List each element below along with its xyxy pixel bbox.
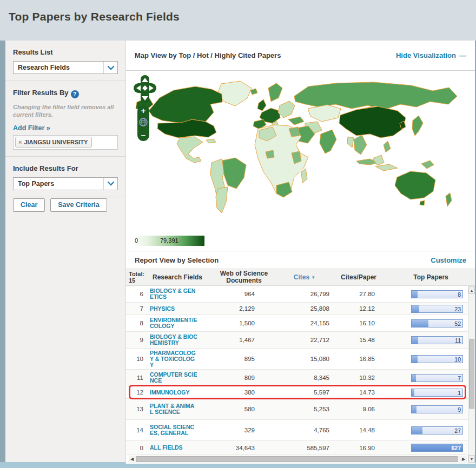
map-view: + − 0 79,391 xyxy=(126,71,475,251)
column-header-research-fields[interactable]: Research Fields xyxy=(146,273,209,281)
top-papers-value: 627 xyxy=(451,445,461,451)
globe-icon[interactable] xyxy=(139,118,148,129)
country-shape xyxy=(421,161,434,169)
hide-visualization-link[interactable]: Hide Visualization— xyxy=(396,51,466,59)
country-shape xyxy=(278,101,295,118)
cites-per-paper-cell: 10.32 xyxy=(329,375,375,381)
country-shape xyxy=(354,135,367,155)
sidebar: Results List Research Fields Filter Resu… xyxy=(5,41,125,462)
table-row: 10PHARMACOLOGY & TOXICOLOGY89515,08016.8… xyxy=(126,349,468,370)
rank-cell: 0 xyxy=(126,445,146,451)
country-shape xyxy=(266,150,274,158)
country-shape xyxy=(257,99,266,111)
country-shape xyxy=(222,158,246,189)
top-papers-value: 7 xyxy=(458,375,461,382)
top-papers-value: 8 xyxy=(458,291,461,298)
top-papers-bar-fill xyxy=(412,291,418,298)
country-shape xyxy=(308,105,341,122)
customize-link[interactable]: Customize xyxy=(431,256,466,264)
results-list-dropdown[interactable]: Research Fields xyxy=(13,61,118,74)
top-papers-bar-fill xyxy=(412,356,418,363)
horizontal-scrollbar[interactable]: ◀ ▶ xyxy=(129,456,467,463)
country-shape xyxy=(268,83,282,102)
remove-filter-icon[interactable]: × xyxy=(18,139,22,145)
country-shape xyxy=(250,89,257,95)
top-papers-bar-fill xyxy=(412,389,414,396)
column-header-cites-per-paper[interactable]: Cites/Paper xyxy=(330,273,387,281)
field-link[interactable]: BIOLOGY & BIOCHEMISTRY xyxy=(146,334,202,346)
scroll-left-icon[interactable]: ◀ xyxy=(129,456,135,463)
include-results-dropdown[interactable]: Top Papers xyxy=(13,177,118,190)
field-link[interactable]: PHYSICS xyxy=(146,306,202,312)
column-header-wos-documents[interactable]: Web of Science Documents xyxy=(209,270,279,284)
table-row: 11COMPUTER SCIENCE8098,34510.327 xyxy=(126,370,468,386)
field-link[interactable]: SOCIAL SCIENCES, GENERAL xyxy=(146,424,202,436)
wos-documents-cell: 34,643 xyxy=(202,445,255,451)
column-header-top-papers[interactable]: Top Papers xyxy=(387,273,475,281)
table-header: Total: 15 Research Fields Web of Science… xyxy=(126,269,475,286)
top-papers-value: 1 xyxy=(458,390,461,396)
map-pan-control[interactable] xyxy=(134,75,156,105)
map-header: Map View by Top / Hot / Highly Cited Pap… xyxy=(126,41,475,71)
map-zoom-control[interactable]: + − xyxy=(137,105,149,141)
cites-cell: 26,799 xyxy=(255,291,329,297)
add-filter-link[interactable]: Add Filter » xyxy=(13,124,50,132)
top-papers-bar-fill xyxy=(412,320,428,327)
top-papers-bar: 11 xyxy=(411,336,463,344)
top-papers-cell: 27 xyxy=(375,426,468,434)
top-papers-cell: 23 xyxy=(375,305,468,313)
chevron-down-icon[interactable] xyxy=(103,178,117,190)
top-papers-cell: 10 xyxy=(375,355,468,363)
vertical-scrollbar-thumb[interactable] xyxy=(469,339,474,409)
cites-cell: 5,597 xyxy=(255,389,329,396)
field-link[interactable]: COMPUTER SCIENCE xyxy=(146,372,202,384)
top-papers-cell: 7 xyxy=(375,374,468,382)
cites-per-paper-cell: 15.48 xyxy=(329,337,375,343)
save-criteria-button[interactable]: Save Criteria xyxy=(50,198,107,212)
table-row: 14SOCIAL SCIENCES, GENERAL3294,76514.482… xyxy=(126,420,468,441)
country-shape xyxy=(395,171,435,199)
cites-cell: 24,155 xyxy=(255,320,329,326)
field-link[interactable]: ALL FIELDS xyxy=(146,445,202,451)
top-papers-value: 11 xyxy=(455,337,461,344)
page: Top Papers by Research Fields Results Li… xyxy=(0,0,476,468)
top-papers-cell: 11 xyxy=(375,336,468,344)
table-row: 9BIOLOGY & BIOCHEMISTRY1,46722,71215.481… xyxy=(126,332,468,349)
top-papers-bar-fill xyxy=(412,427,422,434)
rank-cell: 12 xyxy=(126,389,146,396)
country-shape xyxy=(320,130,336,153)
clear-button[interactable]: Clear xyxy=(13,198,45,212)
world-map[interactable] xyxy=(129,72,472,235)
field-link[interactable]: ENVIRONMENT/ECOLOGY xyxy=(146,317,202,329)
cites-per-paper-cell: 9.06 xyxy=(329,406,375,412)
scroll-right-icon[interactable]: ▶ xyxy=(460,456,467,463)
chevron-down-icon[interactable] xyxy=(103,62,117,73)
cites-cell: 8,345 xyxy=(255,375,329,381)
wos-documents-cell: 809 xyxy=(202,375,255,381)
help-icon[interactable]: ? xyxy=(71,90,79,98)
field-link[interactable]: BIOLOGY & GENETICS xyxy=(146,288,202,300)
results-list-selected: Research Fields xyxy=(14,64,103,71)
horizontal-scrollbar-thumb[interactable] xyxy=(136,456,458,462)
top-papers-bar-fill xyxy=(412,375,416,382)
zoom-in-button[interactable]: + xyxy=(141,106,146,115)
top-papers-value: 23 xyxy=(454,306,461,312)
field-link[interactable]: IMMUNOLOGY xyxy=(146,390,202,396)
scroll-down-icon[interactable]: ▼ xyxy=(468,455,475,463)
rank-cell: 10 xyxy=(126,356,146,362)
top-papers-bar: 8 xyxy=(411,290,463,298)
zoom-out-button[interactable]: − xyxy=(141,131,146,140)
vertical-scrollbar[interactable]: ▲ ▼ xyxy=(468,286,475,463)
results-list-section: Results List Research Fields xyxy=(5,41,125,81)
top-papers-value: 9 xyxy=(458,406,461,413)
scroll-up-icon[interactable]: ▲ xyxy=(468,286,475,294)
cites-per-paper-cell: 16.90 xyxy=(329,445,375,451)
field-link[interactable]: PHARMACOLOGY & TOXICOLOGY xyxy=(146,350,202,368)
include-results-heading: Include Results For xyxy=(13,164,118,172)
column-header-cites[interactable]: Cites▼ xyxy=(279,273,330,281)
top-papers-value: 27 xyxy=(454,427,461,434)
field-link[interactable]: PLANT & ANIMAL SCIENCE xyxy=(146,403,202,415)
wos-documents-cell: 329 xyxy=(202,427,255,433)
table-row: 13PLANT & ANIMAL SCIENCE5805,2539.069 xyxy=(126,399,468,420)
filter-input-box[interactable]: × JIANGSU UNIVERSITY xyxy=(13,135,118,150)
